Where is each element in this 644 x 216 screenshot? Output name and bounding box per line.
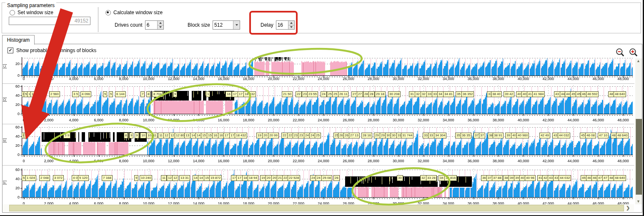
- chevron-down-icon[interactable]: [233, 21, 240, 29]
- block-offset-label: 17: [236, 175, 243, 181]
- block-offset-label: 13: [184, 133, 190, 138]
- block-offset-label: 38 91: [493, 133, 504, 138]
- block-offset-label: 26: [333, 175, 340, 181]
- block-offset-label: 23 55: [307, 91, 318, 97]
- block-offset-label: 46 08: [585, 133, 596, 138]
- block-offset-label: 17: [232, 91, 238, 97]
- block-offset-label: 40 96: [525, 175, 536, 181]
- scroll-right-icon[interactable]: ❯: [626, 205, 630, 211]
- zoom-out-button[interactable]: [615, 48, 625, 58]
- scroll-down-icon[interactable]: ▼: [636, 199, 641, 203]
- show-blocks-checkbox-row: ✓ Show probable beginnings of blocks: [8, 48, 96, 53]
- tab-histogram[interactable]: Histogram: [2, 35, 35, 45]
- block-offset-label: 48 640: [614, 175, 626, 181]
- block-offset-label: 30: [397, 175, 403, 181]
- block-offset-label: 34: [439, 175, 445, 181]
- block-offset-label: 15 872: [209, 175, 222, 181]
- block-offset-label: 12: [172, 175, 178, 181]
- drives-count-value: 6: [145, 21, 157, 29]
- block-offset-label: 1 5: [30, 91, 38, 97]
- block-offset-label: 42 49: [539, 133, 550, 138]
- scroll-up-icon[interactable]: ▲: [636, 59, 641, 63]
- block-offset-label: 36 35: [461, 133, 471, 138]
- block-offset-label: 39 42: [504, 91, 514, 97]
- block-size-value: 512: [213, 21, 233, 29]
- zoom-in-button[interactable]: [629, 48, 639, 58]
- block-offset-label: 25: [315, 133, 321, 138]
- block-offset-label: 48 640: [616, 133, 629, 138]
- block-offset-label: 34 816: [444, 175, 457, 181]
- block-offset-label: 27: [357, 91, 363, 97]
- spin-up-icon[interactable]: [158, 21, 163, 25]
- block-offset-label: 34 304: [434, 133, 446, 138]
- vertical-scrollbar-thumb[interactable]: [636, 119, 642, 195]
- horizontal-scrollbar-thumb[interactable]: [9, 205, 624, 211]
- block-offset-label: 30 208: [388, 91, 401, 97]
- row-divider: [3, 124, 634, 124]
- show-blocks-checkbox[interactable]: ✓: [8, 48, 13, 53]
- block-offset-label: 11: [152, 133, 158, 138]
- block-offset-label: 1: [206, 91, 210, 97]
- block-size-label: Block size: [188, 22, 210, 28]
- block-offset-label: 28: [368, 91, 375, 97]
- block-offset-label: 22: [296, 91, 302, 97]
- group-divider: [98, 7, 98, 32]
- block-offset-label: 6 144: [115, 91, 126, 97]
- block-offset-label: 35: [456, 91, 462, 97]
- block-offset-label: 47 10: [598, 133, 609, 138]
- block-offset-label: 8 704: [152, 91, 163, 97]
- block-offset-label: 9: [135, 133, 139, 138]
- block-offset-label: 22 528: [288, 175, 300, 181]
- block-offset-label: 17: [223, 133, 230, 138]
- block-offset-label: 40 960: [516, 133, 529, 138]
- block-offset-label: 21 50: [282, 91, 293, 97]
- app-window: Sampling parameters Set window size Calc…: [0, 0, 644, 216]
- block-offset-label: 37 88: [492, 175, 503, 181]
- block-offset-label: 8: [146, 91, 150, 97]
- spin-down-icon[interactable]: [158, 25, 163, 30]
- block-offset-label: 2 560: [49, 91, 60, 97]
- block-size-dropdown[interactable]: 512: [213, 20, 240, 30]
- block-offset-label: 32: [415, 91, 421, 97]
- block-offset-label: 10 240: [140, 175, 152, 181]
- window-size-input[interactable]: [9, 17, 90, 25]
- block-offset-label: 1 024: [25, 175, 36, 181]
- block-offset-label: 24: [321, 91, 327, 97]
- block-offset-label: 43: [554, 91, 560, 97]
- block-offset-label: 20: [262, 133, 268, 138]
- block-offset-label: 32: [420, 175, 426, 181]
- drives-count-stepper[interactable]: 6: [145, 20, 164, 30]
- block-offset-label: 16: [212, 133, 218, 138]
- block-offset-label: 27 13: [349, 133, 360, 138]
- block-offset-label: 33: [428, 133, 434, 138]
- block-offset-label: 3 9: [63, 133, 70, 138]
- block-offset-label: 44 032: [558, 133, 570, 138]
- block-offset-label: 34 81: [443, 91, 454, 97]
- block-offset-label: 48 640: [614, 91, 626, 97]
- block-offset-label: 20: [266, 175, 272, 181]
- block-offset-label: 25: [332, 91, 338, 97]
- block-offset-label: 19: [256, 133, 263, 138]
- block-offset-label: 18 94: [248, 175, 258, 181]
- row-divider: [3, 165, 634, 166]
- show-blocks-label: Show probable beginnings of blocks: [16, 48, 96, 53]
- calculate-window-size-label: Calculate window size: [113, 10, 163, 15]
- delay-highlight-box: [249, 11, 298, 35]
- block-offset-label: 2 048: [39, 175, 50, 181]
- block-offset-label: 38 40: [491, 91, 502, 97]
- sampling-parameters-group: Sampling parameters Set window size Calc…: [2, 3, 641, 33]
- group-title: Sampling parameters: [5, 3, 56, 8]
- block-offset-label: 12: [163, 133, 170, 138]
- block-offset-label: 10: [140, 133, 146, 138]
- drives-count-spin-buttons[interactable]: [157, 21, 163, 29]
- block-offset-label: 18 432: [235, 133, 247, 138]
- set-window-size-radio-row: Set window size: [10, 10, 53, 15]
- calculate-window-size-radio[interactable]: [105, 10, 111, 15]
- set-window-size-radio[interactable]: [10, 10, 15, 15]
- block-offset-label: 16: [226, 91, 232, 97]
- block-offset-label: 29 18: [375, 91, 386, 97]
- block-offset-label: 5: [24, 133, 28, 138]
- block-offset-label: 32: [421, 91, 427, 97]
- block-offset-label: 20 99: [268, 133, 279, 138]
- block-offset-label: 7: [140, 91, 145, 97]
